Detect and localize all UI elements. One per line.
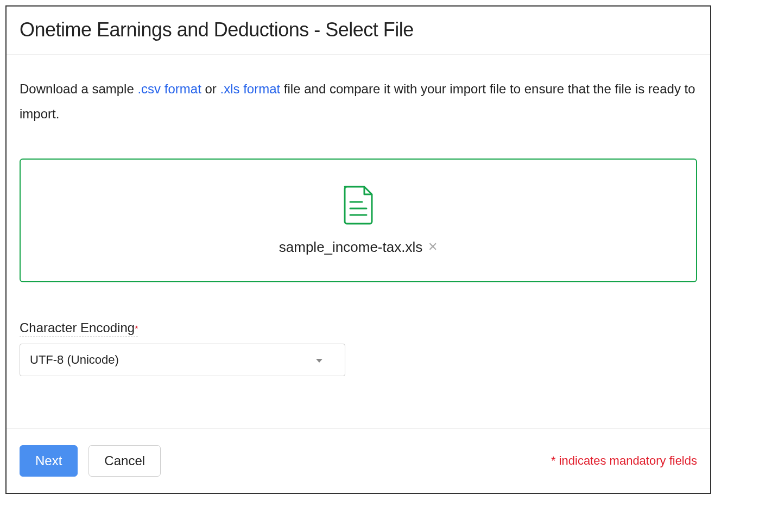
instruction-middle: or xyxy=(205,81,220,96)
csv-format-link[interactable]: .csv format xyxy=(137,81,201,96)
panel-content: Download a sample .csv format or .xls fo… xyxy=(7,55,710,428)
uploaded-file-row: sample_income-tax.xls ✕ xyxy=(279,239,438,256)
button-row: Next Cancel xyxy=(20,445,161,477)
encoding-label-wrap: Character Encoding* xyxy=(20,320,138,337)
import-panel: Onetime Earnings and Deductions - Select… xyxy=(5,5,711,494)
cancel-button[interactable]: Cancel xyxy=(88,445,161,477)
file-icon xyxy=(343,186,374,227)
page-title: Onetime Earnings and Deductions - Select… xyxy=(20,18,697,41)
file-dropzone[interactable]: sample_income-tax.xls ✕ xyxy=(20,159,697,282)
required-asterisk: * xyxy=(135,325,138,334)
encoding-select-wrap: UTF-8 (Unicode) xyxy=(20,344,345,376)
instruction-text: Download a sample .csv format or .xls fo… xyxy=(20,77,697,126)
encoding-label: Character Encoding xyxy=(20,320,135,335)
next-button[interactable]: Next xyxy=(20,445,78,477)
panel-header: Onetime Earnings and Deductions - Select… xyxy=(7,7,710,55)
mandatory-fields-note: * indicates mandatory fields xyxy=(551,454,697,468)
panel-footer: Next Cancel * indicates mandatory fields xyxy=(7,428,710,493)
remove-file-icon[interactable]: ✕ xyxy=(428,241,438,253)
encoding-select[interactable]: UTF-8 (Unicode) xyxy=(20,344,345,376)
uploaded-file-name: sample_income-tax.xls xyxy=(279,239,422,256)
xls-format-link[interactable]: .xls format xyxy=(220,81,281,96)
instruction-prefix: Download a sample xyxy=(20,81,137,96)
encoding-field: Character Encoding* UTF-8 (Unicode) xyxy=(20,320,697,376)
chevron-down-icon xyxy=(315,353,323,367)
encoding-selected-value: UTF-8 (Unicode) xyxy=(30,353,119,367)
